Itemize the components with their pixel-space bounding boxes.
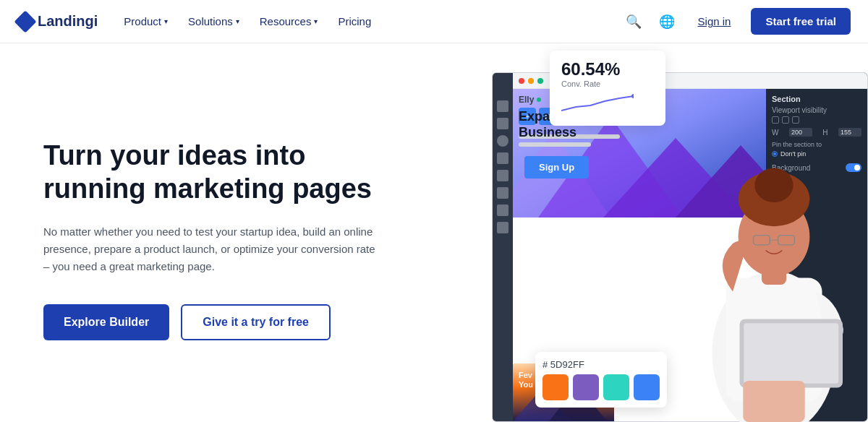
close-dot xyxy=(519,78,524,84)
search-button[interactable]: 🔍 xyxy=(623,11,644,33)
conversion-rate-card: 60.54% Conv. Rate xyxy=(550,51,665,126)
hero-headline: Turn your ideas intorunning marketing pa… xyxy=(43,139,448,205)
panel-section-title: Section xyxy=(772,95,861,103)
editor-right-panel: Section Viewport visibility W H Pin the … xyxy=(766,73,867,421)
viewport-label: Viewport visibility xyxy=(772,106,827,114)
elly-name: Elly xyxy=(519,95,534,105)
main-content: Turn your ideas intorunning marketing pa… xyxy=(0,43,868,422)
panel-wh-row: W H xyxy=(772,128,861,137)
swatch-purple[interactable] xyxy=(573,374,599,400)
free-trial-button[interactable]: Give it a try for free xyxy=(181,304,331,340)
checkbox-icon[interactable] xyxy=(772,116,779,124)
swatch-blue[interactable] xyxy=(634,374,660,400)
explore-builder-button[interactable]: Explore Builder xyxy=(43,304,169,340)
elly-status-dot xyxy=(537,98,541,102)
elly-label: Elly xyxy=(519,95,541,105)
tool-widget[interactable] xyxy=(497,170,509,181)
panel-checkbox-group xyxy=(772,116,861,124)
nav-item-resources[interactable]: Resources ▾ xyxy=(251,9,327,33)
editor-signup-button[interactable]: Sign Up xyxy=(524,156,589,178)
sign-in-button[interactable]: Sign in xyxy=(689,9,740,33)
conversion-percent: 60.54% xyxy=(561,59,654,79)
search-icon: 🔍 xyxy=(626,14,642,29)
language-button[interactable]: 🌐 xyxy=(656,11,678,33)
checkbox-icon-2[interactable] xyxy=(782,116,789,124)
thumbnail-text: FevYou xyxy=(519,371,533,389)
cta-buttons: Explore Builder Give it a try for free xyxy=(43,304,448,340)
globe-icon: 🌐 xyxy=(659,14,675,29)
panel-viewport-row: Viewport visibility xyxy=(772,106,861,114)
hex-hash: # xyxy=(542,359,548,370)
conversion-label: Conv. Rate xyxy=(561,79,654,88)
nav-pricing-label: Pricing xyxy=(338,15,371,27)
panel-pin-section: Pin the section to Don't pin xyxy=(772,141,861,158)
radio-fill xyxy=(773,152,776,155)
pin-label: Pin the section to xyxy=(772,141,861,148)
expand-line2: Business xyxy=(519,125,576,139)
minimize-dot xyxy=(528,78,534,84)
swatch-orange[interactable] xyxy=(542,374,569,400)
hex-value: 5D92FF xyxy=(550,359,584,370)
color-palette-card: # 5D92FF xyxy=(535,352,667,408)
logo-wordmark: Landingi xyxy=(38,13,98,30)
tool-code[interactable] xyxy=(497,187,509,199)
nav-item-solutions[interactable]: Solutions ▾ xyxy=(179,9,248,33)
background-toggle[interactable] xyxy=(846,163,861,172)
dont-pin-row: Don't pin xyxy=(772,150,861,158)
main-nav: Product ▾ Solutions ▾ Resources ▾ Pricin… xyxy=(115,9,622,33)
editor-sidebar xyxy=(493,73,513,421)
tool-image[interactable] xyxy=(497,118,509,129)
tool-text[interactable] xyxy=(497,100,509,112)
tool-more[interactable] xyxy=(497,222,509,233)
nav-product-label: Product xyxy=(124,15,161,27)
chevron-down-icon: ▾ xyxy=(236,17,239,25)
swatch-teal[interactable] xyxy=(603,374,629,400)
height-input[interactable] xyxy=(838,128,861,137)
checkbox-icon-3[interactable] xyxy=(792,116,799,124)
logo[interactable]: Landingi xyxy=(17,13,98,30)
hero-subtext: No matter whether you need to test your … xyxy=(43,223,376,275)
color-swatches xyxy=(542,374,660,400)
bg-row: Background xyxy=(772,163,861,172)
nav-resources-label: Resources xyxy=(260,15,312,27)
conversion-chart xyxy=(561,92,634,114)
nav-item-pricing[interactable]: Pricing xyxy=(329,9,380,33)
header-actions: 🔍 🌐 Sign in Start free trial xyxy=(623,8,851,35)
tool-settings[interactable] xyxy=(497,204,509,216)
tool-section[interactable] xyxy=(497,152,509,164)
chevron-down-icon: ▾ xyxy=(314,17,318,25)
w-label: W xyxy=(772,129,778,137)
hero-left: Turn your ideas intorunning marketing pa… xyxy=(0,43,477,422)
logo-diamond-icon xyxy=(14,10,36,33)
panel-background-section: Background xyxy=(772,163,861,172)
hero-right: 60.54% Conv. Rate xyxy=(477,43,868,422)
header: Landingi Product ▾ Solutions ▾ Resources… xyxy=(0,0,868,43)
start-trial-button[interactable]: Start free trial xyxy=(751,8,851,35)
nav-solutions-label: Solutions xyxy=(188,15,233,27)
svg-point-0 xyxy=(631,94,634,98)
expand-dot xyxy=(537,78,543,84)
h-label: H xyxy=(822,129,827,137)
hex-display: # 5D92FF xyxy=(542,359,660,370)
dont-pin-label: Don't pin xyxy=(780,150,806,158)
chevron-down-icon: ▾ xyxy=(164,17,168,25)
bg-label: Background xyxy=(772,164,810,172)
line-2 xyxy=(519,142,591,147)
tool-shape[interactable] xyxy=(497,135,509,147)
radio-icon[interactable] xyxy=(772,151,778,157)
nav-item-product[interactable]: Product ▾ xyxy=(115,9,176,33)
width-input[interactable] xyxy=(789,128,812,137)
